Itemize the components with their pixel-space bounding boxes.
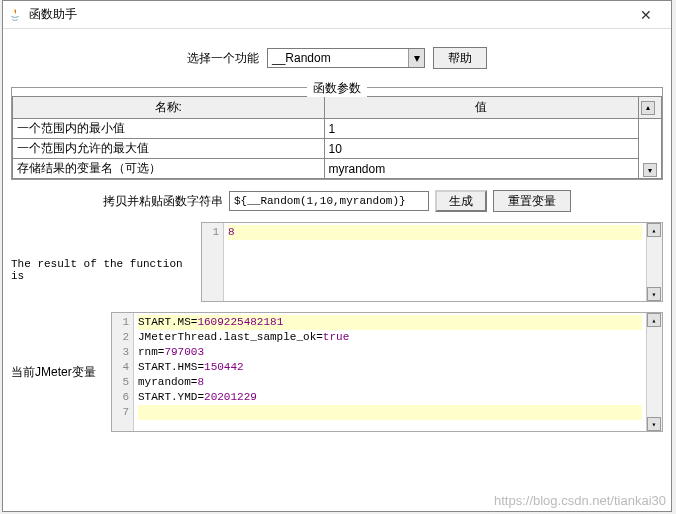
vars-body: START.MS=1609225482181JMeterThread.last_… — [134, 313, 646, 431]
params-table: 名称: 值 ▴ 一个范围内的最小值 1 ▾ 一个范围内允许的最大值 10 存储结… — [12, 96, 662, 179]
vars-editor[interactable]: 1234567 START.MS=1609225482181JMeterThre… — [111, 312, 663, 432]
params-title: 函数参数 — [307, 80, 367, 97]
result-label: The result of the function is — [11, 222, 201, 282]
result-value: 8 — [228, 226, 235, 238]
scrollbar-track[interactable]: ▾ — [639, 119, 662, 179]
param-name-cell: 存储结果的变量名（可选） — [13, 159, 325, 179]
table-row: 存储结果的变量名（可选） myrandom — [13, 159, 662, 179]
function-string-input[interactable]: ${__Random(1,10,myrandom)} — [229, 191, 429, 211]
copy-label: 拷贝并粘贴函数字符串 — [103, 193, 223, 210]
watermark: https://blog.csdn.net/tiankai30 — [494, 493, 666, 508]
gutter: 1 — [202, 223, 224, 301]
copy-row: 拷贝并粘贴函数字符串 ${__Random(1,10,myrandom)} 生成… — [11, 190, 663, 212]
chevron-down-icon: ▾ — [408, 49, 424, 67]
result-scrollbar[interactable]: ▴▾ — [646, 223, 662, 301]
select-function-label: 选择一个功能 — [187, 50, 259, 67]
function-dropdown[interactable]: __Random ▾ — [267, 48, 425, 68]
vars-scrollbar[interactable]: ▴▾ — [646, 313, 662, 431]
param-name-cell: 一个范围内的最小值 — [13, 119, 325, 139]
function-select-row: 选择一个功能 __Random ▾ 帮助 — [11, 47, 663, 69]
params-panel: 函数参数 名称: 值 ▴ 一个范围内的最小值 1 ▾ 一个范围内允许的最大值 1… — [11, 87, 663, 180]
result-body: 8 — [224, 223, 646, 301]
result-row: The result of the function is 1 8 ▴▾ — [11, 222, 663, 302]
titlebar: 函数助手 ✕ — [3, 1, 671, 29]
function-dropdown-value: __Random — [272, 51, 331, 65]
col-header-name: 名称: — [13, 97, 325, 119]
table-row: 一个范围内允许的最大值 10 — [13, 139, 662, 159]
result-editor[interactable]: 1 8 ▴▾ — [201, 222, 663, 302]
help-button[interactable]: 帮助 — [433, 47, 487, 69]
vars-gutter: 1234567 — [112, 313, 134, 431]
param-value-cell[interactable]: 10 — [324, 139, 638, 159]
function-string-value: ${__Random(1,10,myrandom)} — [234, 195, 406, 207]
java-icon — [7, 7, 23, 23]
col-header-value: 值 — [324, 97, 638, 119]
table-row: 一个范围内的最小值 1 ▾ — [13, 119, 662, 139]
vars-row: 当前JMeter变量 1234567 START.MS=160922548218… — [11, 312, 663, 432]
window-frame: 函数助手 ✕ 选择一个功能 __Random ▾ 帮助 函数参数 名称: 值 ▴… — [2, 0, 672, 512]
param-name-cell: 一个范围内允许的最大值 — [13, 139, 325, 159]
param-value-cell[interactable]: myrandom — [324, 159, 638, 179]
close-button[interactable]: ✕ — [625, 4, 667, 26]
table-scrollbar[interactable]: ▴ — [639, 97, 662, 119]
content: 选择一个功能 __Random ▾ 帮助 函数参数 名称: 值 ▴ 一个范围内的… — [3, 29, 671, 440]
window-title: 函数助手 — [29, 6, 625, 23]
vars-label: 当前JMeter变量 — [11, 312, 111, 381]
reset-vars-button[interactable]: 重置变量 — [493, 190, 571, 212]
generate-button[interactable]: 生成 — [435, 190, 487, 212]
param-value-cell[interactable]: 1 — [324, 119, 638, 139]
